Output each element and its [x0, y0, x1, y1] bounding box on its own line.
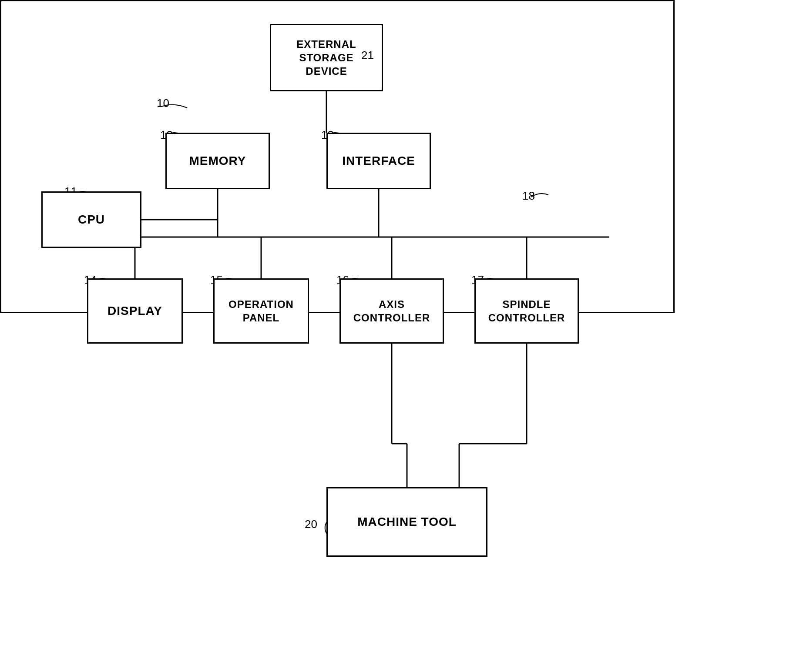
label-18: 18 [522, 189, 535, 203]
cpu-box: CPU [41, 191, 141, 248]
interface-box: INTERFACE [326, 133, 431, 189]
operation-panel-box: OPERATION PANEL [213, 278, 309, 344]
spindle-ctrl-label: SPINDLE CONTROLLER [488, 298, 565, 324]
label-21: 21 [361, 49, 374, 62]
op-panel-label: OPERATION PANEL [228, 298, 294, 324]
spindle-controller-box: SPINDLE CONTROLLER [474, 278, 579, 344]
axis-controller-box: AXIS CONTROLLER [339, 278, 444, 344]
memory-label: MEMORY [189, 153, 246, 169]
display-box: DISPLAY [87, 278, 183, 344]
machine-tool-box: MACHINE TOOL [326, 487, 487, 557]
display-label: DISPLAY [108, 303, 162, 319]
external-storage-label: EXTERNAL STORAGE DEVICE [296, 37, 356, 78]
cpu-label: CPU [78, 212, 105, 227]
memory-box: MEMORY [165, 133, 270, 189]
machine-tool-label: MACHINE TOOL [357, 514, 457, 530]
label-20: 20 [305, 518, 317, 531]
interface-label: INTERFACE [342, 153, 415, 169]
axis-ctrl-label: AXIS CONTROLLER [353, 298, 430, 324]
label-10: 10 [157, 97, 169, 110]
